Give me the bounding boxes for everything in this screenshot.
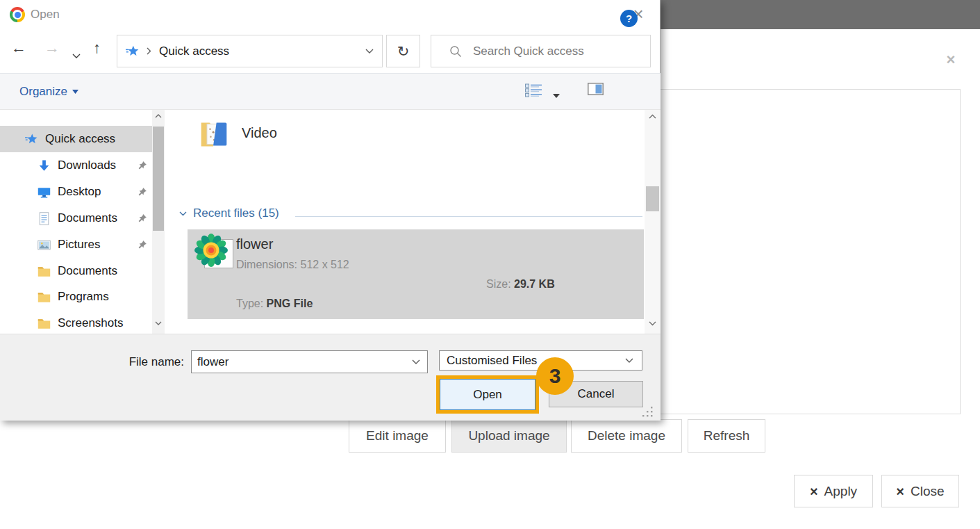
refresh-address-button[interactable]: ↻ bbox=[386, 35, 420, 67]
organize-label: Organize bbox=[19, 85, 67, 99]
file-name-label: File name: bbox=[83, 355, 184, 369]
apply-button-label: Apply bbox=[824, 484, 858, 499]
file-item-video-label[interactable]: Video bbox=[242, 125, 277, 141]
sidebar-item-quick-access[interactable]: Quick access bbox=[0, 126, 152, 152]
file-type: Type: PNG File bbox=[236, 298, 313, 310]
sidebar-scrollbar[interactable] bbox=[152, 110, 165, 334]
file-item-flower[interactable]: flower Dimensions: 512 x 512 Size: 29.7 … bbox=[188, 229, 644, 319]
pin-icon bbox=[138, 213, 147, 227]
file-size: Size: 29.7 KB bbox=[486, 278, 555, 291]
address-dropdown-chevron-icon[interactable] bbox=[365, 49, 374, 54]
breadcrumb-chevron-icon bbox=[147, 47, 151, 55]
scroll-up-icon bbox=[155, 114, 162, 118]
scroll-down-icon bbox=[155, 321, 162, 325]
sidebar-item-label: Screenshots bbox=[58, 316, 124, 330]
chrome-icon bbox=[10, 7, 25, 22]
video-folder-icon[interactable] bbox=[199, 118, 229, 153]
group-collapse-chevron-icon[interactable] bbox=[179, 211, 187, 216]
downloads-icon bbox=[38, 159, 51, 172]
dialog-footer: File name: Customised Files Open Cancel … bbox=[0, 334, 661, 421]
file-name-input[interactable] bbox=[192, 355, 412, 369]
open-button-highlight: Open bbox=[436, 375, 539, 414]
chevron-down-icon bbox=[625, 358, 633, 363]
scroll-up-icon bbox=[649, 114, 656, 119]
modal-close-icon[interactable]: × bbox=[941, 50, 961, 70]
edit-image-button[interactable]: Edit image bbox=[349, 419, 446, 453]
folder-icon bbox=[38, 265, 51, 278]
file-name-field[interactable] bbox=[191, 350, 428, 373]
picture-icon bbox=[38, 238, 51, 252]
x-mark-icon: × bbox=[896, 485, 904, 498]
flower-file-icon bbox=[194, 234, 228, 267]
pin-icon bbox=[138, 186, 147, 200]
refresh-button[interactable]: Refresh bbox=[688, 419, 765, 453]
pin-icon bbox=[138, 160, 147, 174]
sidebar-item-pictures[interactable]: Pictures bbox=[0, 231, 152, 258]
refresh-icon: ↻ bbox=[397, 43, 410, 60]
preview-pane-icon[interactable] bbox=[588, 83, 604, 98]
sidebar-item-label: Programs bbox=[58, 290, 109, 304]
document-icon bbox=[38, 212, 51, 225]
scrollbar-thumb[interactable] bbox=[153, 127, 164, 231]
sidebar-item-screenshots[interactable]: Screenshots bbox=[0, 310, 152, 336]
dialog-title: Open bbox=[31, 8, 60, 22]
history-chevron-icon[interactable] bbox=[72, 49, 81, 61]
scrollbar-thumb[interactable] bbox=[646, 186, 659, 211]
file-dimensions: Dimensions: 512 x 512 bbox=[236, 259, 349, 271]
pin-icon bbox=[138, 239, 147, 253]
group-header[interactable]: Recent files (15) bbox=[193, 206, 279, 220]
sidebar-item-downloads[interactable]: Downloads bbox=[0, 152, 152, 179]
sidebar-item-label: Documents bbox=[58, 211, 117, 225]
delete-image-button[interactable]: Delete image bbox=[571, 419, 682, 453]
view-options-icon[interactable] bbox=[525, 83, 542, 100]
open-file-dialog: Open × ← → ↑ Quick access bbox=[0, 0, 661, 421]
upload-image-button[interactable]: Upload image bbox=[451, 419, 567, 453]
sidebar-item-desktop[interactable]: Desktop bbox=[0, 179, 152, 205]
breadcrumb[interactable]: Quick access bbox=[159, 44, 365, 58]
search-input[interactable] bbox=[473, 44, 643, 58]
file-name: flower bbox=[236, 236, 273, 252]
desktop-icon bbox=[38, 186, 51, 199]
folder-icon bbox=[38, 317, 51, 330]
back-arrow-icon[interactable]: ← bbox=[11, 40, 26, 56]
sidebar-item-documents-library[interactable]: Documents bbox=[0, 205, 152, 231]
folder-icon bbox=[38, 291, 51, 304]
sidebar-item-label: Desktop bbox=[58, 185, 101, 199]
organize-menu[interactable]: Organize bbox=[19, 74, 78, 109]
close-button[interactable]: × Close bbox=[881, 475, 959, 507]
apply-button[interactable]: × Apply bbox=[794, 475, 873, 507]
close-button-label: Close bbox=[911, 484, 945, 499]
open-button[interactable]: Open bbox=[440, 379, 535, 410]
dialog-toolbar bbox=[0, 73, 661, 110]
scroll-down-icon bbox=[649, 321, 656, 326]
help-button[interactable]: ? bbox=[620, 10, 638, 27]
step-3-badge: 3 bbox=[536, 357, 574, 395]
quick-access-star-icon bbox=[126, 44, 140, 58]
up-arrow-icon[interactable]: ↑ bbox=[93, 40, 101, 56]
organize-caret-icon bbox=[72, 90, 78, 94]
view-options-caret-icon[interactable] bbox=[553, 88, 560, 101]
file-name-dropdown-chevron-icon[interactable] bbox=[412, 359, 420, 364]
address-bar[interactable]: Quick access bbox=[117, 35, 383, 67]
search-icon bbox=[449, 45, 462, 58]
sidebar-item-label: Pictures bbox=[58, 238, 100, 252]
sidebar-item-label: Quick access bbox=[45, 132, 115, 146]
forward-arrow-icon: → bbox=[44, 40, 60, 56]
file-type-value: Customised Files bbox=[447, 354, 625, 368]
resize-grip[interactable] bbox=[642, 407, 654, 417]
group-header-rule bbox=[295, 216, 642, 217]
search-box[interactable] bbox=[431, 35, 651, 67]
sidebar-item-programs[interactable]: Programs bbox=[0, 284, 152, 310]
x-mark-icon: × bbox=[810, 485, 818, 498]
sidebar-item-label: Downloads bbox=[58, 158, 116, 172]
file-list-scrollbar[interactable] bbox=[645, 110, 661, 334]
quick-access-star-icon bbox=[25, 133, 38, 146]
screen: × Edit image Upload image Delete image R… bbox=[0, 0, 980, 529]
sidebar-item-documents-folder[interactable]: Documents bbox=[0, 258, 152, 284]
sidebar-item-label: Documents bbox=[58, 264, 117, 278]
